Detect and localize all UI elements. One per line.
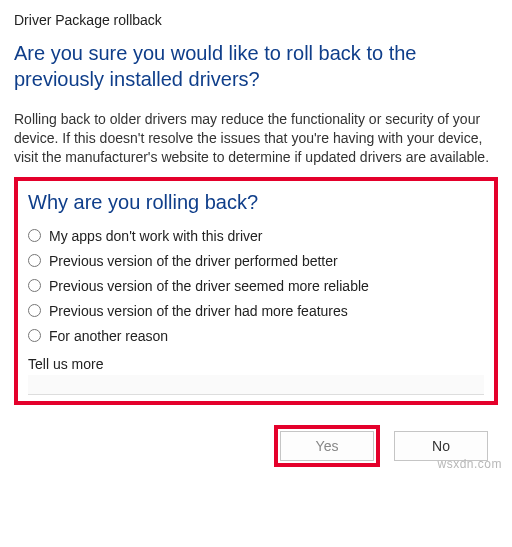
dialog-heading: Are you sure you would like to roll back…: [14, 40, 498, 92]
reason-radio-2[interactable]: [28, 279, 41, 292]
reason-radio-0[interactable]: [28, 229, 41, 242]
reason-section: Why are you rolling back? My apps don't …: [14, 177, 498, 405]
reason-label-1: Previous version of the driver performed…: [49, 253, 338, 269]
driver-rollback-dialog: Driver Package rollback Are you sure you…: [0, 0, 512, 481]
reason-label-2: Previous version of the driver seemed mo…: [49, 278, 369, 294]
reason-radio-4[interactable]: [28, 329, 41, 342]
window-title: Driver Package rollback: [14, 6, 498, 40]
watermark-text: wsxdn.com: [437, 457, 502, 471]
reason-label-0: My apps don't work with this driver: [49, 228, 263, 244]
dialog-body-text: Rolling back to older drivers may reduce…: [14, 110, 498, 167]
reason-heading: Why are you rolling back?: [28, 191, 484, 214]
reason-option-4[interactable]: For another reason: [28, 328, 484, 344]
dialog-button-row: Yes No: [14, 425, 498, 467]
reason-radio-3[interactable]: [28, 304, 41, 317]
reason-option-3[interactable]: Previous version of the driver had more …: [28, 303, 484, 319]
tell-more-input[interactable]: [28, 375, 484, 395]
yes-button[interactable]: Yes: [280, 431, 374, 461]
tell-more-label: Tell us more: [28, 356, 484, 372]
reason-label-3: Previous version of the driver had more …: [49, 303, 348, 319]
reason-option-0[interactable]: My apps don't work with this driver: [28, 228, 484, 244]
reason-label-4: For another reason: [49, 328, 168, 344]
reason-option-2[interactable]: Previous version of the driver seemed mo…: [28, 278, 484, 294]
reason-radio-1[interactable]: [28, 254, 41, 267]
yes-button-highlight: Yes: [274, 425, 380, 467]
reason-radio-group: My apps don't work with this driver Prev…: [28, 228, 484, 344]
reason-option-1[interactable]: Previous version of the driver performed…: [28, 253, 484, 269]
